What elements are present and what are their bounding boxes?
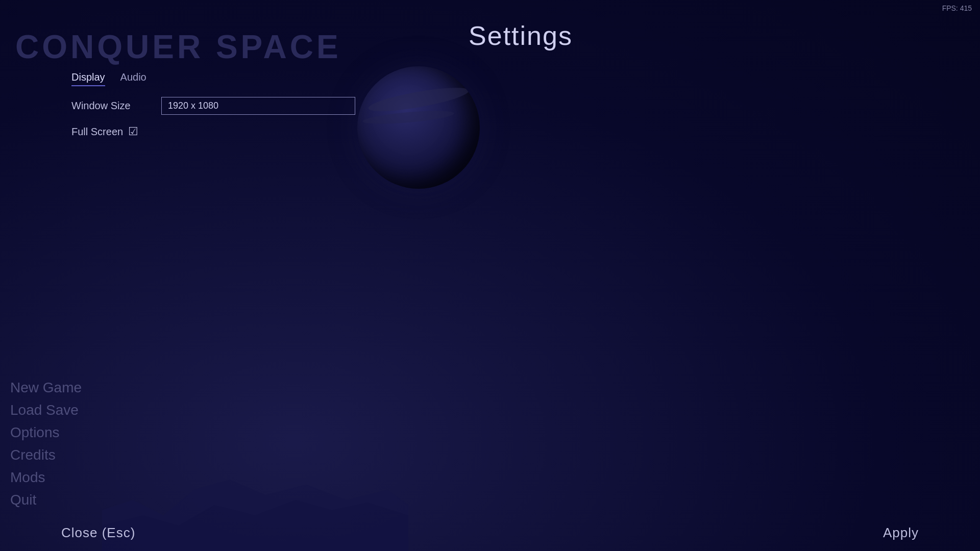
- fullscreen-checkbox-group: Full Screen ☑: [71, 125, 138, 138]
- settings-content: Window Size Full Screen ☑: [71, 97, 355, 148]
- bottom-bar: Close (Esc) Apply: [0, 525, 980, 541]
- fullscreen-checkbox[interactable]: ☑: [128, 125, 138, 138]
- apply-button[interactable]: Apply: [883, 525, 919, 541]
- window-size-label: Window Size: [71, 100, 153, 112]
- window-size-row: Window Size: [71, 97, 355, 115]
- fullscreen-row: Full Screen ☑: [71, 125, 355, 138]
- settings-panel: Settings Display Audio Window Size Full …: [61, 0, 980, 551]
- tabs-container: Display Audio: [71, 71, 146, 86]
- settings-title: Settings: [61, 20, 980, 51]
- window-size-input[interactable]: [161, 97, 355, 115]
- fullscreen-label: Full Screen: [71, 126, 123, 138]
- tab-audio[interactable]: Audio: [120, 71, 146, 86]
- fps-counter: FPS: 415: [942, 4, 972, 12]
- tab-display[interactable]: Display: [71, 71, 105, 86]
- close-button[interactable]: Close (Esc): [61, 525, 135, 541]
